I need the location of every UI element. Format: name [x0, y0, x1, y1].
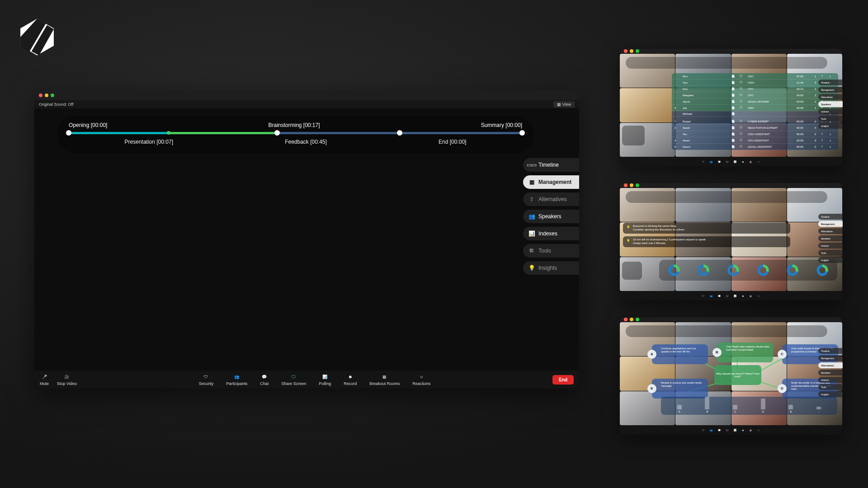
side-chip-alternatives[interactable]: ⇪Alternatives — [523, 192, 579, 206]
side-chip-management[interactable]: ▦Management — [523, 175, 579, 189]
max-dot[interactable] — [51, 94, 54, 97]
vote-A: A — [677, 405, 682, 413]
zoom-toolbar: 🎤Mute🎥Stop Video 🛡Security👥Participants💬… — [34, 371, 579, 389]
brand-logo — [17, 17, 57, 59]
side-chip-tools[interactable]: 🛠Tools — [523, 244, 579, 258]
bulb-icon: 💡 — [625, 238, 631, 244]
hint-1: 💡 Everyone is thinking the same thing Co… — [623, 223, 790, 234]
users-icon: 👥 — [528, 213, 535, 220]
speaker-row[interactable]: Dan📄ⓘCTO03:142⇡⇣ — [672, 86, 838, 92]
share-icon: ⇪ — [528, 196, 535, 202]
speaker-row[interactable]: Teo📄ⓘCISO ASSISTANT00:000⇡⇣ — [672, 131, 838, 137]
alt-b[interactable]: BOnly Notify data subjects whose data ha… — [717, 343, 773, 362]
thumbnail-speakers: Ron📄ⓘCEO07:001⇡⇣ Tom📄ⓘCISO11:463⇡⇣ Dan📄ⓘ… — [619, 49, 843, 166]
vote-E: E — [788, 405, 793, 413]
vote--: - — [816, 407, 821, 413]
speaker-row[interactable]: Ron📄ⓘCEO07:001⇡⇣ — [672, 73, 838, 80]
side-chip-indexes[interactable]: 📊Indexes — [523, 227, 579, 240]
close-dot[interactable] — [39, 94, 42, 97]
toolbar-security[interactable]: 🛡Security — [199, 373, 214, 386]
speaker-row[interactable]: Tom📄ⓘCISO11:463⇡⇣ — [672, 80, 838, 86]
toolbar-stop video[interactable]: 🎥Stop Video — [57, 373, 77, 386]
participants-grid: Ron Tom Hanin Dan Sarah Jacob Joe Margar… — [34, 108, 579, 111]
toolbar-breakout rooms[interactable]: ▦Breakout Rooms — [369, 373, 400, 386]
speaker-row[interactable]: 4Hanin📄ⓘCFO ASSISTANT00:000⇡⇣ — [672, 137, 838, 144]
toolbar-participants[interactable]: 👥Participants — [226, 373, 247, 386]
alt-a[interactable]: AContinue negotiations and not update in… — [652, 344, 708, 364]
speaker-row[interactable]: Jacob📄ⓘLEGAL ADVISER04:001⇡⇣ — [672, 99, 838, 105]
side-chip-timeline[interactable]: ▭▭Timeline — [523, 158, 579, 172]
speaker-row[interactable]: 5Naomi📄ⓘLEGAL ASSISTANT00:000⇡⇣ — [672, 144, 838, 150]
speaker-row[interactable]: Margaret📄ⓘCFO04:002⇡⇣ — [672, 92, 838, 99]
timeline-overlay: Opening [00:00]Brainstorming [00:17]Summ… — [57, 116, 534, 153]
vote-B: B — [705, 397, 709, 413]
chart-icon: 📊 — [528, 230, 535, 237]
timeline-icon: ▭▭ — [528, 162, 535, 168]
grid-icon: ▦ — [528, 179, 535, 185]
thumbnail-insights: 💡 Everyone is thinking the same thing Co… — [619, 183, 843, 300]
vote-D: D — [761, 399, 765, 413]
speaker-row[interactable]: 3Joe📄ⓘCMO02:001⇡⇣ — [672, 105, 838, 111]
page-root: Original Sound: Off ▦ View Ron Tom Hanin… — [0, 0, 868, 488]
toolbar-share screen[interactable]: 🖵Share Screen — [281, 373, 306, 386]
speaker-row[interactable]: Michael📄⇡⇣ — [672, 111, 838, 117]
side-chip-insights[interactable]: 💡Insights — [523, 261, 579, 275]
central-question: Who should we inform? When? And how? — [714, 365, 761, 385]
vote-bars: ABCDE- — [661, 397, 837, 415]
toolbar-reactions[interactable]: ☺Reactions — [412, 373, 430, 386]
speaker-row[interactable]: 2Sarah📄ⓘNEGOTIATION EXPERT00:000⇡⇣ — [672, 125, 838, 131]
view-button[interactable]: ▦ View — [553, 101, 575, 108]
toolbar-mute[interactable]: 🎤Mute — [40, 373, 49, 386]
sound-bar: Original Sound: Off ▦ View — [34, 100, 579, 108]
main-meeting-window: Original Sound: Off ▦ View Ron Tom Hanin… — [34, 90, 579, 389]
window-titlebar — [34, 90, 579, 100]
hint-2: 💡 15 min left for brainstorming | 5 part… — [623, 236, 790, 247]
thumbnail-alternatives: AContinue negotiations and not update in… — [619, 317, 843, 435]
vote-C: C — [733, 405, 737, 413]
min-dot[interactable] — [45, 94, 48, 97]
toolbar-polling[interactable]: 📊Polling — [319, 373, 331, 386]
toolbar-chat[interactable]: 💬Chat — [260, 373, 269, 386]
bulb-icon: 💡 — [625, 225, 631, 231]
original-sound-toggle[interactable]: Original Sound: Off — [39, 102, 73, 107]
side-panel-chips: ▭▭Timeline ▦Management ⇪Alternatives 👥Sp… — [523, 158, 579, 275]
end-button[interactable]: End — [552, 375, 574, 385]
speaker-row[interactable]: 1Robert📄ⓘCYBER EXPERT00:000⇡⇣ — [672, 118, 838, 125]
toolbar-record[interactable]: ⏺Record — [344, 373, 357, 386]
speakers-table: Ron📄ⓘCEO07:001⇡⇣ Tom📄ⓘCISO11:463⇡⇣ Dan📄ⓘ… — [672, 73, 838, 150]
bulb-icon: 💡 — [528, 265, 535, 271]
wrench-icon: 🛠 — [528, 248, 535, 254]
side-chip-speakers[interactable]: 👥Speakers — [523, 210, 579, 223]
alt-e[interactable]: EReveal in a press and social media mess… — [652, 379, 708, 399]
